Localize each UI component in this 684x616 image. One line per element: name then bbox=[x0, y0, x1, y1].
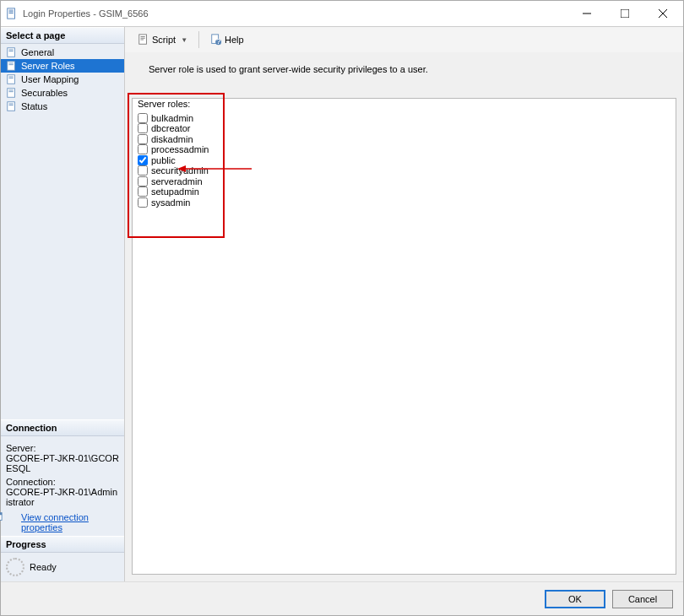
ok-button[interactable]: OK bbox=[545, 590, 605, 608]
script-icon bbox=[138, 34, 149, 46]
dialog-window: Login Properties - GSIM_6566 Select a pa… bbox=[0, 0, 684, 616]
page-icon bbox=[6, 46, 18, 58]
role-label: processadmin bbox=[151, 144, 209, 154]
svg-rect-20 bbox=[8, 102, 15, 111]
body: Select a page GeneralServer RolesUser Ma… bbox=[1, 26, 683, 581]
svg-rect-18 bbox=[9, 90, 14, 91]
titlebar: Login Properties - GSIM_6566 bbox=[1, 1, 683, 26]
page-icon bbox=[6, 100, 18, 112]
spacer bbox=[1, 115, 124, 419]
script-label: Script bbox=[152, 35, 176, 45]
minimize-icon bbox=[583, 9, 591, 18]
svg-rect-3 bbox=[9, 13, 14, 14]
window-controls bbox=[567, 2, 681, 25]
svg-rect-13 bbox=[9, 64, 14, 65]
svg-rect-16 bbox=[9, 78, 14, 78]
role-processadmin: processadmin bbox=[138, 144, 222, 154]
role-label: setupadmin bbox=[151, 186, 199, 197]
role-label: diskadmin bbox=[151, 134, 193, 144]
nav-item-status[interactable]: Status bbox=[1, 100, 124, 113]
close-button[interactable] bbox=[643, 2, 681, 25]
progress-block: Ready bbox=[1, 553, 124, 581]
svg-rect-10 bbox=[9, 51, 14, 51]
maximize-icon bbox=[621, 9, 629, 18]
page-description: Server role is used to grant server-wide… bbox=[132, 59, 676, 86]
svg-rect-11 bbox=[8, 62, 15, 71]
role-sysadmin: sysadmin bbox=[138, 197, 222, 208]
nav-item-label: Securables bbox=[21, 88, 68, 98]
role-checkbox-serveradmin[interactable] bbox=[138, 176, 148, 186]
svg-rect-12 bbox=[9, 63, 14, 64]
svg-rect-15 bbox=[9, 77, 14, 78]
roles-group: Server roles: bulkadmindbcreatordiskadmi… bbox=[133, 99, 227, 213]
help-button[interactable]: ? Help bbox=[204, 30, 250, 49]
right-pane: Script ▼ ? Help Server role is used to g… bbox=[125, 27, 683, 581]
nav-item-label: User Mapping bbox=[21, 74, 79, 84]
roles-panel: Server roles: bulkadmindbcreatordiskadmi… bbox=[132, 98, 676, 575]
nav-item-general[interactable]: General bbox=[1, 46, 124, 59]
svg-rect-17 bbox=[8, 89, 15, 98]
toolbar: Script ▼ ? Help bbox=[125, 27, 683, 52]
view-connection-link[interactable]: View connection properties bbox=[21, 512, 119, 532]
progress-header: Progress bbox=[1, 536, 124, 553]
role-label: dbcreator bbox=[151, 123, 190, 133]
page-icon bbox=[6, 87, 18, 99]
role-label: public bbox=[151, 155, 176, 165]
server-value: GCORE-PT-JKR-01\GCORESQL bbox=[6, 453, 119, 473]
role-checkbox-bulkadmin[interactable] bbox=[138, 113, 148, 123]
svg-rect-9 bbox=[9, 50, 14, 51]
nav-item-label: General bbox=[21, 47, 54, 57]
svg-rect-21 bbox=[9, 104, 14, 105]
role-checkbox-processadmin[interactable] bbox=[138, 144, 148, 154]
role-serveradmin: serveradmin bbox=[138, 176, 222, 186]
role-checkbox-public[interactable] bbox=[138, 155, 148, 165]
svg-rect-2 bbox=[9, 11, 14, 12]
role-checkbox-setupadmin[interactable] bbox=[138, 186, 148, 197]
role-public: public bbox=[138, 155, 222, 165]
progress-spinner-icon bbox=[6, 558, 24, 576]
role-checkbox-dbcreator[interactable] bbox=[138, 123, 148, 133]
chevron-down-icon: ▼ bbox=[181, 36, 187, 44]
page-nav: GeneralServer RolesUser MappingSecurable… bbox=[1, 44, 124, 115]
minimize-button[interactable] bbox=[567, 2, 605, 25]
svg-rect-22 bbox=[9, 105, 14, 105]
close-icon bbox=[659, 9, 667, 18]
server-label: Server: bbox=[6, 443, 119, 453]
left-pane: Select a page GeneralServer RolesUser Ma… bbox=[1, 27, 125, 581]
progress-text: Ready bbox=[30, 562, 57, 572]
role-label: securityadmin bbox=[151, 165, 209, 176]
nav-item-securables[interactable]: Securables bbox=[1, 86, 124, 100]
role-diskadmin: diskadmin bbox=[138, 134, 222, 144]
select-page-header: Select a page bbox=[1, 27, 124, 44]
cancel-button[interactable]: Cancel bbox=[612, 590, 673, 608]
role-label: bulkadmin bbox=[151, 113, 193, 123]
nav-item-label: Server Roles bbox=[21, 61, 75, 71]
connection-header: Connection bbox=[1, 419, 124, 436]
svg-rect-19 bbox=[9, 91, 14, 92]
maximize-button[interactable] bbox=[605, 2, 643, 25]
connection-value: GCORE-PT-JKR-01\Administrator bbox=[6, 487, 119, 507]
svg-rect-5 bbox=[621, 9, 629, 18]
svg-rect-14 bbox=[8, 75, 15, 84]
app-icon bbox=[6, 8, 18, 19]
nav-item-server-roles[interactable]: Server Roles bbox=[1, 59, 124, 73]
nav-item-label: Status bbox=[21, 101, 47, 111]
role-checkbox-securityadmin[interactable] bbox=[138, 165, 148, 176]
toolbar-separator bbox=[198, 31, 199, 48]
help-label: Help bbox=[225, 35, 244, 45]
svg-rect-24 bbox=[0, 513, 2, 516]
script-button[interactable]: Script ▼ bbox=[132, 30, 193, 49]
role-checkbox-sysadmin[interactable] bbox=[138, 197, 148, 208]
role-checkbox-diskadmin[interactable] bbox=[138, 134, 148, 144]
nav-item-user-mapping[interactable]: User Mapping bbox=[1, 73, 124, 86]
connection-label: Connection: bbox=[6, 477, 119, 487]
roles-list: bulkadmindbcreatordiskadminprocessadminp… bbox=[133, 111, 227, 213]
footer: OK Cancel bbox=[1, 581, 683, 615]
role-bulkadmin: bulkadmin bbox=[138, 113, 222, 123]
svg-rect-8 bbox=[8, 48, 15, 57]
roles-label: Server roles: bbox=[133, 99, 227, 111]
window-title: Login Properties - GSIM_6566 bbox=[23, 8, 567, 19]
svg-rect-1 bbox=[9, 10, 14, 11]
content-area: Server role is used to grant server-wide… bbox=[125, 52, 683, 581]
role-dbcreator: dbcreator bbox=[138, 123, 222, 133]
